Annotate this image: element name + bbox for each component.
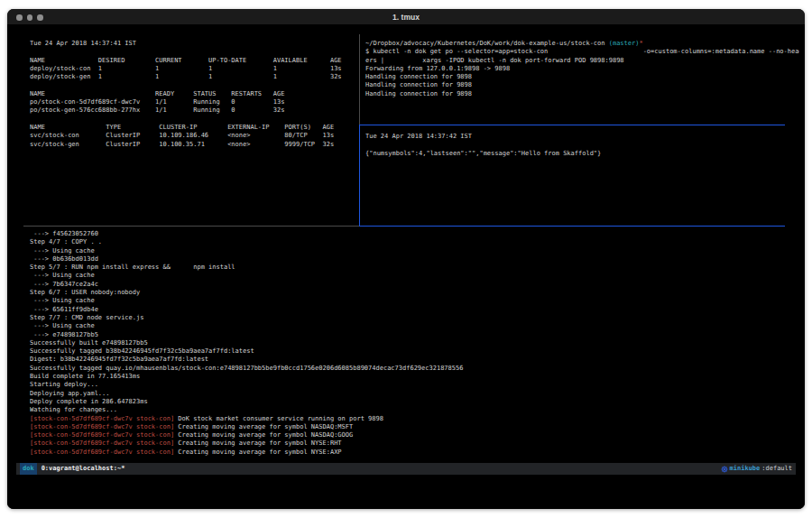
terminal-line: ---> 65611ff9db4e — [30, 306, 799, 314]
terminal-line: [stock-con-5d7df689cf-dwc7v stock-con] C… — [30, 423, 799, 431]
terminal-line: Tue 24 Apr 2018 14:37:42 IST — [365, 133, 799, 141]
terminal-line: Deploy complete in 286.647823ms — [30, 398, 799, 406]
terminal-line: ---> Using cache — [30, 272, 799, 280]
terminal-line: Successfully tagged quay.io/mhausenblas/… — [30, 365, 799, 373]
terminal-line: ---> e74898127bb5 — [30, 331, 799, 339]
terminal-line: [stock-con-5d7df689cf-dwc7v stock-con] D… — [30, 415, 799, 423]
terminal-line: Handling connection for 9898 — [365, 73, 799, 81]
status-window-item[interactable]: 0:vagrant@localhost:~* — [42, 463, 125, 475]
terminal-line: Handling connection for 9898 — [365, 90, 799, 98]
terminal-line: svc/stock-gen ClusterIP 10.100.35.71 <no… — [30, 141, 356, 149]
terminal-line: svc/stock-con ClusterIP 10.109.186.46 <n… — [30, 132, 356, 140]
terminal-line: Step 5/7 : RUN npm install express && np… — [30, 264, 799, 272]
tmux-terminal[interactable]: Tue 24 Apr 2018 14:37:41 ISTNAME DESIRED… — [7, 25, 805, 509]
active-pane-border-bottom[interactable] — [359, 226, 785, 227]
terminal-line: Handling connection for 9898 — [365, 81, 799, 89]
terminal-line: [stock-con-5d7df689cf-dwc7v stock-con] C… — [30, 439, 799, 448]
pane-divider-vertical[interactable] — [359, 34, 360, 125]
terminal-line: {"numsymbols":4,"lastseen":"","message":… — [365, 150, 799, 158]
terminal-window: 1. tmux Tue 24 Apr 2018 14:37:41 ISTNAME… — [7, 9, 805, 509]
terminal-line — [365, 141, 799, 149]
terminal-line: NAME TYPE CLUSTER-IP EXTERNAL-IP PORT(S)… — [30, 124, 356, 132]
terminal-line: ---> Using cache — [30, 297, 799, 305]
kube-status: minikube :default — [721, 463, 792, 475]
pane-divider-horizontal[interactable] — [23, 226, 359, 227]
session-name: dok — [20, 463, 37, 475]
active-pane-border-left[interactable] — [359, 125, 360, 227]
helm-wheel-icon — [721, 466, 728, 473]
kube-namespace-label: :default — [761, 463, 792, 475]
terminal-line: Step 7/7 : CMD node service.js — [30, 314, 799, 322]
terminal-line: ---> Using cache — [30, 322, 799, 330]
terminal-line: Digest: b38b42246945fd7f32c5ba9aea7af7fd… — [30, 356, 799, 364]
terminal-line: ---> 0b636bd013dd — [30, 255, 799, 264]
terminal-line: Successfully built e74898127bb5 — [30, 339, 799, 347]
terminal-line — [30, 116, 356, 124]
window-title: 1. tmux — [7, 9, 805, 25]
pane-port-forward[interactable]: ~/Dropbox/advocacy/Kubernetes/DoK/work/d… — [365, 40, 799, 123]
terminal-line: po/stock-gen-576cc688bb-277hx 1/1 Runnin… — [30, 106, 356, 115]
terminal-line: $ kubectl -n dok get po --selector=app=s… — [365, 48, 799, 56]
terminal-line: ---> f45623052760 — [30, 230, 799, 238]
tmux-status-bar: dok 0:vagrant@localhost:~* minikube :def… — [16, 463, 796, 475]
terminal-line: po/stock-con-5d7df689cf-dwc7v 1/1 Runnin… — [30, 98, 356, 106]
kube-context-label: minikube — [730, 463, 761, 475]
terminal-line: Step 6/7 : USER nobody:nobody — [30, 289, 799, 297]
pane-skaffold-build-log[interactable]: ---> f45623052760Step 4/7 : COPY . . ---… — [30, 230, 799, 461]
terminal-line: [stock-con-5d7df689cf-dwc7v stock-con] C… — [30, 431, 799, 439]
active-pane-border-top[interactable] — [359, 125, 785, 125]
pane-kubectl-watch[interactable]: Tue 24 Apr 2018 14:37:41 ISTNAME DESIRED… — [30, 40, 356, 220]
terminal-line — [30, 81, 356, 89]
terminal-line: Watching for changes... — [30, 406, 799, 414]
terminal-line: Step 4/7 : COPY . . — [30, 238, 799, 246]
terminal-line: [stock-con-5d7df689cf-dwc7v stock-con] C… — [30, 449, 799, 457]
pane-curl-output-active[interactable]: Tue 24 Apr 2018 14:37:42 IST{"numsymbols… — [365, 133, 799, 223]
terminal-line: Starting deploy... — [30, 381, 799, 389]
terminal-line: ---> Using cache — [30, 247, 799, 255]
terminal-line: Deploying app.yaml... — [30, 390, 799, 398]
terminal-line: ~/Dropbox/advocacy/Kubernetes/DoK/work/d… — [365, 40, 799, 48]
terminal-line: Successfully tagged b38b42246945fd7f32c5… — [30, 347, 799, 356]
terminal-line: NAME READY STATUS RESTARTS AGE — [30, 90, 356, 98]
terminal-line: NAME DESIRED CURRENT UP-TO-DATE AVAILABL… — [30, 57, 356, 65]
terminal-line: deploy/stock-gen 1 1 1 1 32s — [30, 73, 356, 81]
terminal-line: Forwarding from 127.0.0.1:9898 -> 9898 — [365, 65, 799, 73]
terminal-line — [30, 48, 356, 56]
terminal-line: Build complete in 77.165413ms — [30, 373, 799, 381]
terminal-line: ---> 7b6347ce2a4c — [30, 281, 799, 289]
terminal-line: deploy/stock-con 1 1 1 1 13s — [30, 65, 356, 73]
terminal-line: ers | xargs -IPOD kubectl -n dok port-fo… — [365, 57, 799, 65]
window-titlebar[interactable]: 1. tmux — [7, 9, 805, 25]
terminal-line: Tue 24 Apr 2018 14:37:41 IST — [30, 40, 356, 48]
